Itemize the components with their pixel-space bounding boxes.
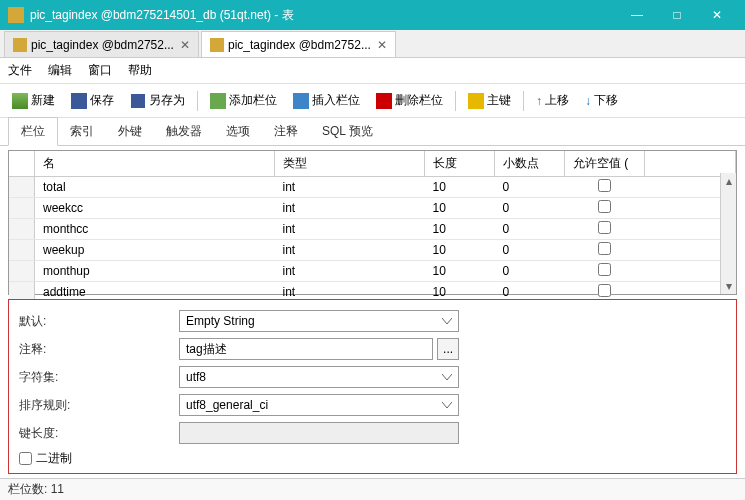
scroll-up-icon[interactable]: ▴ xyxy=(721,173,736,189)
menu-help[interactable]: 帮助 xyxy=(128,62,152,79)
col-name[interactable]: 名 xyxy=(35,151,275,177)
cell-type[interactable]: int xyxy=(275,282,425,300)
allownull-checkbox[interactable] xyxy=(598,200,611,213)
maximize-button[interactable]: □ xyxy=(657,0,697,30)
save-button[interactable]: 保存 xyxy=(65,89,120,112)
separator xyxy=(197,91,198,111)
tab-0[interactable]: pic_tagindex @bdm2752... ✕ xyxy=(4,31,199,57)
saveas-button[interactable]: 另存为 xyxy=(124,89,191,112)
addcol-icon xyxy=(210,93,226,109)
collation-select[interactable]: utf8_general_ci xyxy=(179,394,459,416)
fields-grid[interactable]: 名 类型 长度 小数点 允许空值 ( totalint100weekccint1… xyxy=(9,151,736,299)
table-row[interactable]: weekccint100 xyxy=(9,198,736,219)
cell-type[interactable]: int xyxy=(275,240,425,261)
menu-file[interactable]: 文件 xyxy=(8,62,32,79)
cell-name[interactable]: total xyxy=(35,177,275,198)
col-decimals[interactable]: 小数点 xyxy=(495,151,565,177)
up-icon: ↑ xyxy=(536,94,542,108)
cell-decimals[interactable]: 0 xyxy=(495,261,565,282)
cell-decimals[interactable]: 0 xyxy=(495,177,565,198)
cell-decimals[interactable]: 0 xyxy=(495,219,565,240)
cell-allownull[interactable] xyxy=(565,261,645,282)
cell-decimals[interactable]: 0 xyxy=(495,240,565,261)
close-button[interactable]: ✕ xyxy=(697,0,737,30)
menu-edit[interactable]: 编辑 xyxy=(48,62,72,79)
charset-select[interactable]: utf8 xyxy=(179,366,459,388)
charset-label: 字符集: xyxy=(19,369,179,386)
table-row[interactable]: weekupint100 xyxy=(9,240,736,261)
vertical-scrollbar[interactable]: ▴ ▾ xyxy=(720,173,736,294)
pkey-button[interactable]: 主键 xyxy=(462,89,517,112)
col-length[interactable]: 长度 xyxy=(425,151,495,177)
keylen-input[interactable] xyxy=(179,422,459,444)
tab-label: pic_tagindex @bdm2752... xyxy=(228,38,371,52)
cell-allownull[interactable] xyxy=(565,198,645,219)
tab-comment[interactable]: 注释 xyxy=(262,118,310,145)
cell-name[interactable]: addtime xyxy=(35,282,275,300)
cell-type[interactable]: int xyxy=(275,198,425,219)
col-allownull[interactable]: 允许空值 ( xyxy=(565,151,645,177)
cell-length[interactable]: 10 xyxy=(425,240,495,261)
tab-sqlpreview[interactable]: SQL 预览 xyxy=(310,118,385,145)
cell-length[interactable]: 10 xyxy=(425,177,495,198)
cell-allownull[interactable] xyxy=(565,240,645,261)
separator xyxy=(455,91,456,111)
tab-indexes[interactable]: 索引 xyxy=(58,118,106,145)
cell-decimals[interactable]: 0 xyxy=(495,282,565,300)
movedown-button[interactable]: ↓下移 xyxy=(579,89,624,112)
cell-type[interactable]: int xyxy=(275,219,425,240)
cell-length[interactable]: 10 xyxy=(425,282,495,300)
new-button[interactable]: 新建 xyxy=(6,89,61,112)
cell-allownull[interactable] xyxy=(565,282,645,300)
cell-name[interactable]: weekcc xyxy=(35,198,275,219)
table-row[interactable]: monthupint100 xyxy=(9,261,736,282)
content: 名 类型 长度 小数点 允许空值 ( totalint100weekccint1… xyxy=(0,146,745,299)
table-row[interactable]: addtimeint100 xyxy=(9,282,736,300)
moveup-button[interactable]: ↑上移 xyxy=(530,89,575,112)
tab-1[interactable]: pic_tagindex @bdm2752... ✕ xyxy=(201,31,396,57)
allownull-checkbox[interactable] xyxy=(598,263,611,276)
tab-fields[interactable]: 栏位 xyxy=(8,117,58,146)
allownull-checkbox[interactable] xyxy=(598,242,611,255)
cell-allownull[interactable] xyxy=(565,177,645,198)
cell-name[interactable]: monthup xyxy=(35,261,275,282)
row-marker xyxy=(9,282,35,300)
tab-fks[interactable]: 外键 xyxy=(106,118,154,145)
cell-length[interactable]: 10 xyxy=(425,198,495,219)
col-type[interactable]: 类型 xyxy=(275,151,425,177)
cell-type[interactable]: int xyxy=(275,261,425,282)
menu-window[interactable]: 窗口 xyxy=(88,62,112,79)
cell-name[interactable]: monthcc xyxy=(35,219,275,240)
inscol-button[interactable]: 插入栏位 xyxy=(287,89,366,112)
allownull-checkbox[interactable] xyxy=(598,221,611,234)
addcol-button[interactable]: 添加栏位 xyxy=(204,89,283,112)
allownull-checkbox[interactable] xyxy=(598,284,611,297)
row-marker xyxy=(9,240,35,261)
allownull-checkbox[interactable] xyxy=(598,179,611,192)
cell-type[interactable]: int xyxy=(275,177,425,198)
down-icon: ↓ xyxy=(585,94,591,108)
tab-options[interactable]: 选项 xyxy=(214,118,262,145)
tab-triggers[interactable]: 触发器 xyxy=(154,118,214,145)
table-row[interactable]: monthccint100 xyxy=(9,219,736,240)
delcol-icon xyxy=(376,93,392,109)
binary-checkbox[interactable] xyxy=(19,452,32,465)
statusbar: 栏位数: 11 xyxy=(0,478,745,500)
table-row[interactable]: totalint100 xyxy=(9,177,736,198)
comment-ellipsis-button[interactable]: ... xyxy=(437,338,459,360)
close-icon[interactable]: ✕ xyxy=(180,38,190,52)
cell-length[interactable]: 10 xyxy=(425,261,495,282)
cell-name[interactable]: weekup xyxy=(35,240,275,261)
cell-length[interactable]: 10 xyxy=(425,219,495,240)
row-marker xyxy=(9,198,35,219)
close-icon[interactable]: ✕ xyxy=(377,38,387,52)
cell-allownull[interactable] xyxy=(565,219,645,240)
scroll-down-icon[interactable]: ▾ xyxy=(721,278,736,294)
table-icon xyxy=(210,38,224,52)
default-select[interactable]: Empty String xyxy=(179,310,459,332)
key-icon xyxy=(468,93,484,109)
delcol-button[interactable]: 删除栏位 xyxy=(370,89,449,112)
minimize-button[interactable]: — xyxy=(617,0,657,30)
comment-input[interactable] xyxy=(179,338,433,360)
cell-decimals[interactable]: 0 xyxy=(495,198,565,219)
